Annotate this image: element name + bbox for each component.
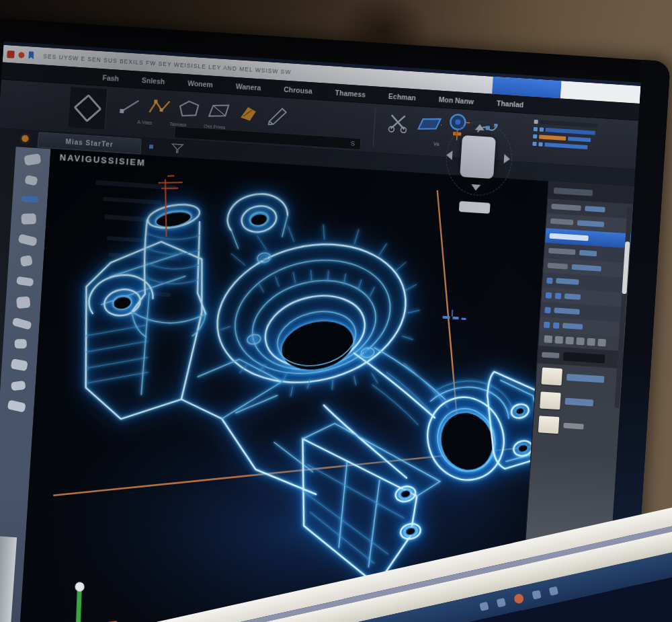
menu-item-6[interactable]: Echman xyxy=(388,91,417,102)
line-tool-button[interactable] xyxy=(116,93,144,119)
ucs-z-tip xyxy=(75,582,85,592)
menu-item-0[interactable]: Fash xyxy=(102,73,119,83)
sketch-tool-button[interactable] xyxy=(263,102,292,128)
material-swatch[interactable] xyxy=(540,391,561,410)
menu-item-8[interactable]: Thanlad xyxy=(497,99,524,109)
menu-item-2[interactable]: Wonem xyxy=(187,79,213,88)
viewcube-down-arrow[interactable] xyxy=(471,184,481,191)
viewcube-right-arrow[interactable] xyxy=(504,154,511,164)
record-icon[interactable] xyxy=(18,52,25,59)
polyline-tool-button[interactable] xyxy=(146,95,174,121)
taskbar-icon[interactable] xyxy=(479,602,489,611)
menu-item-7[interactable]: Mon Nanw xyxy=(438,95,474,105)
taskbar-icon-highlight[interactable] xyxy=(513,593,525,605)
menu-item-3[interactable]: Wanera xyxy=(235,82,261,91)
app-icon[interactable] xyxy=(7,50,15,59)
taskbar-icon[interactable] xyxy=(532,590,541,599)
surface-tool-button[interactable] xyxy=(205,98,233,124)
ribbon-section-label: Va xyxy=(433,141,439,147)
dimension-label[interactable] xyxy=(442,309,466,320)
section-plane-button[interactable] xyxy=(414,112,442,138)
viewcube-up-arrow[interactable] xyxy=(475,124,485,130)
taskbar-icon[interactable] xyxy=(497,598,506,607)
status-orange-dot xyxy=(22,135,29,143)
workspace-tile[interactable] xyxy=(69,87,108,129)
material-swatch[interactable] xyxy=(541,367,562,385)
filter-funnel-icon[interactable] xyxy=(170,143,184,154)
ribbon-divider xyxy=(373,108,376,147)
viewport-corner-label: NAVIGUSSISIEM xyxy=(59,152,146,167)
screen: SES UYSW E SEN SUS BEXILS FW SEY WEISISL… xyxy=(0,42,641,622)
model-viewport[interactable]: NAVIGUSSISIEM xyxy=(11,149,548,622)
tab-modified-dot xyxy=(149,145,153,149)
viewcube-home-button[interactable] xyxy=(459,201,491,214)
menu-item-1[interactable]: Snlesh xyxy=(142,76,165,85)
viewcube[interactable] xyxy=(438,114,518,219)
diamond-icon xyxy=(73,94,101,122)
bookmark-icon[interactable] xyxy=(28,51,34,59)
panel-input-field[interactable] xyxy=(563,352,605,363)
command-field-value: S xyxy=(351,140,355,147)
material-swatch[interactable] xyxy=(538,416,560,434)
drawing-tab-label: Mias StarTer xyxy=(65,137,114,148)
swatch-row[interactable] xyxy=(533,412,620,441)
taskbar-icon[interactable] xyxy=(549,586,558,596)
ribbon-label-0: A-Vass xyxy=(137,120,152,125)
layer-list-panel[interactable] xyxy=(532,120,634,165)
menu-item-4[interactable]: Chrousa xyxy=(284,85,312,95)
trim-tool-button[interactable] xyxy=(384,110,413,137)
polygon-tool-button[interactable] xyxy=(175,96,204,122)
hatch-tool-button[interactable] xyxy=(234,100,262,126)
menu-item-5[interactable]: Thamess xyxy=(335,88,366,98)
viewcube-left-arrow[interactable] xyxy=(446,151,453,161)
viewcube-face[interactable] xyxy=(460,135,496,179)
